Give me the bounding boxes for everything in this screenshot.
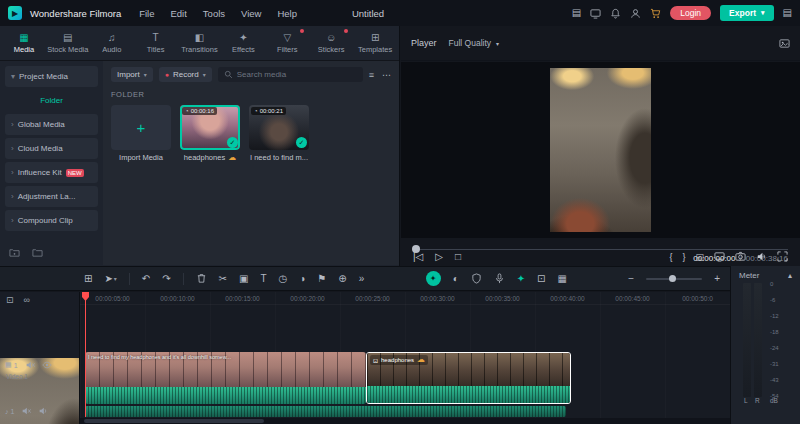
undo-icon[interactable]: ↶ xyxy=(142,274,150,284)
cart-icon[interactable] xyxy=(650,8,661,19)
shield-icon[interactable] xyxy=(471,273,482,284)
tab-templates[interactable]: ⊞ Templates xyxy=(353,26,397,60)
import-button[interactable]: Import ▾ xyxy=(111,67,153,82)
voice-mic-icon[interactable] xyxy=(494,273,505,284)
seek-track[interactable] xyxy=(413,249,788,251)
media-clip-i-need-to-find[interactable]: ◔ 00:00:21 ✓ I need to find m... xyxy=(249,105,309,162)
sidebar-item-influence-kit[interactable]: › Influence Kit NEW xyxy=(5,162,98,183)
notifications-bell-icon[interactable] xyxy=(610,8,621,19)
export-frame-icon[interactable]: ⊡ xyxy=(537,274,545,284)
snapshot-camera-icon[interactable] xyxy=(735,251,746,262)
keyframe-icon[interactable]: ⊕ xyxy=(338,274,346,284)
zoom-slider[interactable] xyxy=(646,278,702,280)
select-tool-icon[interactable]: ➤ ▾ xyxy=(104,274,116,284)
zoom-out-icon[interactable]: − xyxy=(628,274,634,284)
zoom-slider-handle[interactable] xyxy=(669,275,676,282)
marker-icon[interactable]: ⚑ xyxy=(317,274,326,284)
mark-out-icon[interactable]: } xyxy=(682,252,685,262)
menu-help[interactable]: Help xyxy=(277,8,297,19)
search-field[interactable] xyxy=(218,67,363,82)
text-tool-icon[interactable]: T xyxy=(260,274,266,284)
export-button[interactable]: Export ▾ xyxy=(720,5,773,21)
layout-icon[interactable]: ▤ xyxy=(572,8,581,18)
timeline-hscrollbar[interactable] xyxy=(80,418,730,424)
chevron-right-icon: › xyxy=(11,216,14,225)
crop-icon[interactable]: ▣ xyxy=(239,274,248,284)
tab-stickers[interactable]: ☺ Stickers xyxy=(309,26,353,60)
split-scissors-icon[interactable]: ✂ xyxy=(219,274,227,284)
audio-track-clip[interactable] xyxy=(85,406,566,417)
preview-image-icon[interactable] xyxy=(779,38,790,49)
record-button[interactable]: ● Record ▾ xyxy=(159,67,212,82)
ai-assistant-icon[interactable]: ✦ xyxy=(426,271,441,286)
folder-icon[interactable] xyxy=(32,247,43,258)
volume-icon[interactable] xyxy=(38,406,48,416)
collapse-meter-icon[interactable]: ▴ xyxy=(788,271,792,280)
import-media-dropzone[interactable]: + xyxy=(111,105,171,150)
menu-file[interactable]: File xyxy=(139,8,154,19)
timeline-clip-1[interactable]: I need to find my headphones and it's al… xyxy=(85,352,366,404)
video-track[interactable]: I need to find my headphones and it's al… xyxy=(80,352,730,404)
video-preview[interactable] xyxy=(550,68,651,232)
sidebar-item-folder[interactable]: Folder xyxy=(5,90,98,111)
link-clips-icon[interactable]: ∞ xyxy=(24,295,30,305)
redo-icon[interactable]: ↷ xyxy=(162,274,170,284)
timeline-ruler[interactable]: 00:00:05:00 00:00:10:00 00:00:15:00 00:0… xyxy=(80,292,730,305)
new-folder-icon[interactable] xyxy=(9,247,20,258)
hscrollbar-thumb[interactable] xyxy=(84,419,264,423)
shortcut-keys-icon[interactable]: ▦ xyxy=(557,274,566,284)
color-icon[interactable]: ◑ xyxy=(299,274,305,284)
account-icon[interactable] xyxy=(630,8,641,19)
menu-view[interactable]: View xyxy=(241,8,261,19)
tab-titles[interactable]: T Titles xyxy=(134,26,178,60)
timeline-tracks-area[interactable]: 00:00:05:00 00:00:10:00 00:00:15:00 00:0… xyxy=(80,292,730,424)
filter-icon[interactable]: ≡ xyxy=(369,70,374,80)
mute-audio-icon[interactable] xyxy=(21,406,31,416)
pip-view-icon[interactable]: ◱ xyxy=(695,252,704,262)
tab-filters[interactable]: ▽ Filters xyxy=(265,26,309,60)
fullscreen-icon[interactable] xyxy=(777,251,788,262)
tab-transitions[interactable]: ◧ Transitions xyxy=(178,26,222,60)
previous-frame-icon[interactable]: |◁ xyxy=(413,251,423,262)
export-label: Export xyxy=(729,8,756,18)
tab-stock-media[interactable]: ▤ Stock Media xyxy=(46,26,90,60)
quality-dropdown[interactable]: Full Quality ▾ xyxy=(449,38,500,48)
speaker-icon[interactable] xyxy=(756,251,767,262)
zoom-in-icon[interactable]: + xyxy=(714,274,720,284)
display-icon[interactable] xyxy=(590,8,601,19)
panel-layout-icon[interactable]: ▤ xyxy=(783,8,792,18)
timeline-clip-2-selected[interactable]: ⊡ headphones ☁ xyxy=(366,352,571,404)
transitions-tab-icon: ◧ xyxy=(195,33,204,43)
delete-icon[interactable] xyxy=(196,273,207,284)
mask-icon[interactable]: ◐ xyxy=(453,274,459,284)
magic-wand-icon[interactable]: ✦ xyxy=(517,274,525,284)
more-options-icon[interactable]: ⋯ xyxy=(382,70,391,80)
clip-thumbnail[interactable]: ◔ 00:00:16 ✓ xyxy=(180,105,240,150)
tab-effects[interactable]: ✦ Effects xyxy=(221,26,265,60)
mark-in-icon[interactable]: { xyxy=(669,252,672,262)
tab-media[interactable]: ▦ Media xyxy=(2,26,46,60)
stop-icon[interactable]: □ xyxy=(455,251,461,262)
sidebar-item-adjustment-layer[interactable]: › Adjustment La... xyxy=(5,186,98,207)
import-media-tile[interactable]: + Import Media xyxy=(111,105,171,162)
search-input[interactable] xyxy=(237,70,357,79)
manage-tracks-icon[interactable]: ⊡ xyxy=(6,295,14,305)
second-display-icon[interactable] xyxy=(714,251,725,262)
login-button[interactable]: Login xyxy=(670,6,711,20)
tab-audio[interactable]: ♫ Audio xyxy=(90,26,134,60)
sidebar-item-project-media[interactable]: ▾ Project Media xyxy=(5,66,98,87)
track-layout-icon[interactable]: ⊞ xyxy=(84,274,92,284)
sidebar-item-cloud-media[interactable]: › Cloud Media xyxy=(5,138,98,159)
play-icon[interactable]: ▷ xyxy=(435,251,443,262)
clip-thumbnail[interactable]: ◔ 00:00:21 ✓ xyxy=(249,105,309,150)
sidebar-item-global-media[interactable]: › Global Media xyxy=(5,114,98,135)
speed-icon[interactable]: ◷ xyxy=(279,274,288,284)
more-tools-icon[interactable]: » xyxy=(359,274,365,284)
menu-tools[interactable]: Tools xyxy=(203,8,225,19)
mute-track-icon[interactable] xyxy=(25,360,35,370)
playhead[interactable] xyxy=(85,292,86,417)
sidebar-item-compound-clip[interactable]: › Compound Clip xyxy=(5,210,98,231)
media-clip-headphones[interactable]: ◔ 00:00:16 ✓ headphones ☁ xyxy=(180,105,240,162)
eye-visibility-icon[interactable] xyxy=(42,360,52,370)
menu-edit[interactable]: Edit xyxy=(170,8,186,19)
